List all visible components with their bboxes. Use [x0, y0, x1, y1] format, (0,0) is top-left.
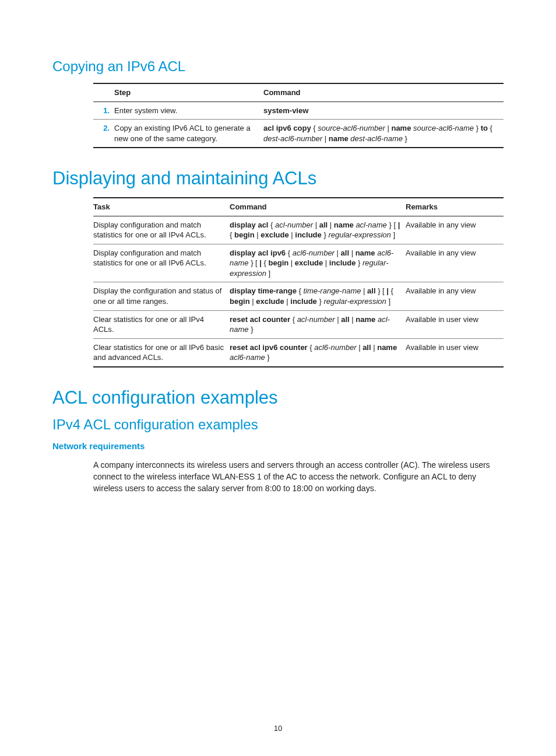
heading-ipv4-acl-config-examples: IPv4 ACL configuration examples	[52, 416, 504, 433]
th-remarks: Remarks	[406, 198, 504, 216]
command-text: reset acl counter { acl-number | all | n…	[230, 310, 406, 338]
task-text: Display configuration and match statisti…	[93, 216, 230, 244]
table-row: 2.Copy an existing IPv6 ACL to generate …	[93, 120, 504, 148]
command-text: reset acl ipv6 counter { acl6-number | a…	[230, 338, 406, 367]
heading-displaying-maintaining: Displaying and maintaining ACLs	[52, 168, 504, 189]
command-text: system-view	[263, 102, 504, 120]
remarks-text: Available in user view	[406, 310, 504, 338]
task-text: Clear statistics for one or all IPv6 bas…	[93, 338, 230, 367]
task-text: Display configuration and match statisti…	[93, 244, 230, 282]
table-displaying: Task Command Remarks Display configurati…	[93, 197, 504, 368]
table-copying: Step Command 1.Enter system view.system-…	[93, 83, 504, 148]
command-text: acl ipv6 copy { source-acl6-number | nam…	[263, 120, 504, 148]
page-number: 10	[0, 724, 556, 733]
remarks-text: Available in any view	[406, 244, 504, 282]
step-text: Enter system view.	[114, 102, 263, 120]
page: Copying an IPv6 ACL Step Command 1.Enter…	[0, 0, 556, 756]
table-header-row: Step Command	[93, 83, 504, 102]
table-row: Display the configuration and status of …	[93, 282, 504, 310]
command-text: display acl ipv6 { acl6-number | all | n…	[230, 244, 406, 282]
heading-acl-config-examples: ACL configuration examples	[52, 387, 504, 408]
table-row: Clear statistics for one or all IPv6 bas…	[93, 338, 504, 367]
th-command: Command	[230, 198, 406, 216]
table-row: Clear statistics for one or all IPv4 ACL…	[93, 310, 504, 338]
th-command: Command	[263, 83, 504, 102]
th-step: Step	[114, 83, 263, 102]
th-task: Task	[93, 198, 230, 216]
step-number: 1.	[93, 102, 114, 120]
heading-copying-ipv6-acl: Copying an IPv6 ACL	[52, 58, 504, 75]
table-row: 1.Enter system view.system-view	[93, 102, 504, 120]
paragraph-network-requirements: A company interconnects its wireless use…	[93, 459, 504, 495]
task-text: Display the configuration and status of …	[93, 282, 230, 310]
heading-network-requirements: Network requirements	[52, 441, 504, 451]
table-row: Display configuration and match statisti…	[93, 216, 504, 244]
remarks-text: Available in any view	[406, 216, 504, 244]
remarks-text: Available in any view	[406, 282, 504, 310]
command-text: display acl { acl-number | all | name ac…	[230, 216, 406, 244]
step-number: 2.	[93, 120, 114, 148]
table-row: Display configuration and match statisti…	[93, 244, 504, 282]
table-header-row: Task Command Remarks	[93, 198, 504, 216]
command-text: display time-range { time-range-name | a…	[230, 282, 406, 310]
remarks-text: Available in user view	[406, 338, 504, 367]
task-text: Clear statistics for one or all IPv4 ACL…	[93, 310, 230, 338]
step-text: Copy an existing IPv6 ACL to generate a …	[114, 120, 263, 148]
